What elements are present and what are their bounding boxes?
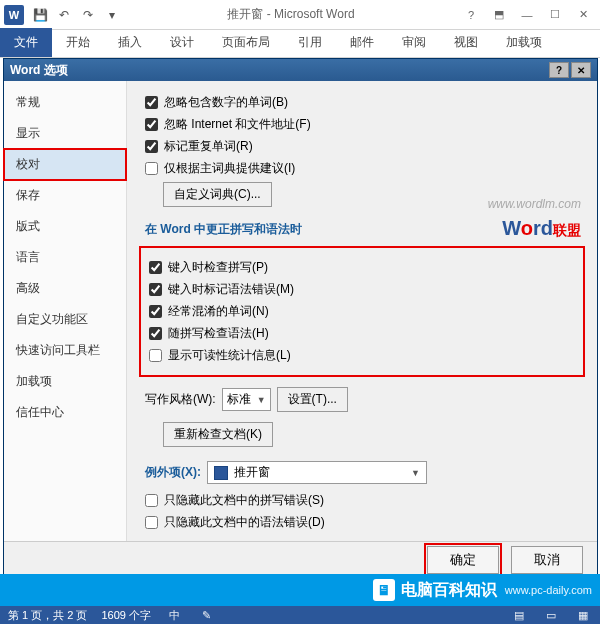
option-label: 仅根据主词典提供建议(I)	[164, 160, 295, 177]
exceptions-label: 例外项(X):	[145, 464, 201, 481]
sidebar-item-general[interactable]: 常规	[4, 87, 126, 118]
ad-site-url: www.pc-daily.com	[505, 584, 592, 596]
option-hide-spelling-this-doc[interactable]: 只隐藏此文档中的拼写错误(S)	[145, 492, 585, 509]
ribbon-display-icon[interactable]: ⬒	[486, 4, 512, 26]
ok-button[interactable]: 确定	[427, 546, 499, 574]
sidebar-item-language[interactable]: 语言	[4, 242, 126, 273]
document-icon	[214, 466, 228, 480]
dialog-titlebar: Word 选项 ? ✕	[4, 59, 597, 81]
option-label: 只隐藏此文档中的语法错误(D)	[164, 514, 325, 531]
checkbox[interactable]	[145, 494, 158, 507]
checkbox[interactable]	[149, 305, 162, 318]
writing-style-select[interactable]: 标准 ▼	[222, 388, 271, 411]
redo-icon[interactable]: ↷	[77, 4, 99, 26]
grammar-options-group: 键入时检查拼写(P) 键入时标记语法错误(M) 经常混淆的单词(N) 随拼写检查…	[139, 246, 585, 377]
view-print-layout-icon[interactable]: ▤	[510, 609, 528, 622]
sidebar-item-save[interactable]: 保存	[4, 180, 126, 211]
ad-site-name: 电脑百科知识	[401, 580, 497, 601]
chevron-down-icon: ▼	[411, 468, 420, 478]
view-web-layout-icon[interactable]: ▦	[574, 609, 592, 622]
checkbox[interactable]	[149, 327, 162, 340]
sidebar-item-display[interactable]: 显示	[4, 118, 126, 149]
option-label: 忽略包含数字的单词(B)	[164, 94, 288, 111]
ad-banner: 🖥 电脑百科知识 www.pc-daily.com	[0, 574, 600, 606]
proofing-errors-icon[interactable]: ✎	[197, 609, 215, 622]
option-main-dict-only[interactable]: 仅根据主词典提供建议(I)	[145, 160, 585, 177]
option-ignore-numbers[interactable]: 忽略包含数字的单词(B)	[145, 94, 585, 111]
writing-style-label: 写作风格(W):	[145, 391, 216, 408]
tab-view[interactable]: 视图	[440, 28, 492, 57]
option-ignore-internet[interactable]: 忽略 Internet 和文件地址(F)	[145, 116, 585, 133]
option-label: 标记重复单词(R)	[164, 138, 253, 155]
dialog-title-text: Word 选项	[10, 62, 68, 79]
window-title: 推开窗 - Microsoft Word	[124, 6, 458, 23]
ribbon-tabs: 文件 开始 插入 设计 页面布局 引用 邮件 审阅 视图 加载项	[0, 30, 600, 58]
save-icon[interactable]: 💾	[29, 4, 51, 26]
minimize-icon[interactable]: —	[514, 4, 540, 26]
checkbox[interactable]	[145, 118, 158, 131]
checkbox[interactable]	[149, 261, 162, 274]
view-read-mode-icon[interactable]: ▭	[542, 609, 560, 622]
option-label: 随拼写检查语法(H)	[168, 325, 269, 342]
dialog-footer: 确定 取消	[4, 541, 597, 577]
select-value: 标准	[227, 391, 251, 408]
watermark-url: www.wordlm.com	[488, 197, 581, 211]
close-icon[interactable]: ✕	[570, 4, 596, 26]
options-sidebar: 常规 显示 校对 保存 版式 语言 高级 自定义功能区 快速访问工具栏 加载项 …	[4, 81, 127, 541]
option-mark-grammar-typing[interactable]: 键入时标记语法错误(M)	[149, 281, 575, 298]
sidebar-item-customize-ribbon[interactable]: 自定义功能区	[4, 304, 126, 335]
cancel-button[interactable]: 取消	[511, 546, 583, 574]
sidebar-item-addins[interactable]: 加载项	[4, 366, 126, 397]
tab-design[interactable]: 设计	[156, 28, 208, 57]
option-check-spelling-typing[interactable]: 键入时检查拼写(P)	[149, 259, 575, 276]
options-main-panel: 忽略包含数字的单词(B) 忽略 Internet 和文件地址(F) 标记重复单词…	[127, 81, 597, 541]
dialog-help-icon[interactable]: ?	[549, 62, 569, 78]
tab-insert[interactable]: 插入	[104, 28, 156, 57]
quick-access-toolbar: W 💾 ↶ ↷ ▾ 推开窗 - Microsoft Word ? ⬒ — ☐ ✕	[0, 0, 600, 30]
checkbox[interactable]	[145, 162, 158, 175]
sidebar-item-trust-center[interactable]: 信任中心	[4, 397, 126, 428]
word-app-icon: W	[4, 5, 24, 25]
checkbox[interactable]	[145, 140, 158, 153]
option-check-grammar-with-spelling[interactable]: 随拼写检查语法(H)	[149, 325, 575, 342]
checkbox[interactable]	[149, 349, 162, 362]
option-flag-repeated[interactable]: 标记重复单词(R)	[145, 138, 585, 155]
option-label: 键入时检查拼写(P)	[168, 259, 268, 276]
help-icon[interactable]: ?	[458, 4, 484, 26]
tab-layout[interactable]: 页面布局	[208, 28, 284, 57]
file-tab[interactable]: 文件	[0, 28, 52, 57]
custom-dictionaries-button[interactable]: 自定义词典(C)...	[163, 182, 272, 207]
tab-mailings[interactable]: 邮件	[336, 28, 388, 57]
maximize-icon[interactable]: ☐	[542, 4, 568, 26]
dialog-close-icon[interactable]: ✕	[571, 62, 591, 78]
sidebar-item-advanced[interactable]: 高级	[4, 273, 126, 304]
checkbox[interactable]	[145, 96, 158, 109]
recheck-document-button[interactable]: 重新检查文档(K)	[163, 422, 273, 447]
option-label: 显示可读性统计信息(L)	[168, 347, 291, 364]
tab-home[interactable]: 开始	[52, 28, 104, 57]
option-hide-grammar-this-doc[interactable]: 只隐藏此文档中的语法错误(D)	[145, 514, 585, 531]
status-language-icon[interactable]: 中	[165, 608, 183, 623]
word-options-dialog: Word 选项 ? ✕ 常规 显示 校对 保存 版式 语言 高级 自定义功能区 …	[3, 58, 598, 578]
option-label: 忽略 Internet 和文件地址(F)	[164, 116, 311, 133]
tab-references[interactable]: 引用	[284, 28, 336, 57]
qat-customize-icon[interactable]: ▾	[101, 4, 123, 26]
checkbox[interactable]	[145, 516, 158, 529]
option-confused-words[interactable]: 经常混淆的单词(N)	[149, 303, 575, 320]
status-page[interactable]: 第 1 页，共 2 页	[8, 608, 87, 623]
exceptions-document-select[interactable]: 推开窗 ▼	[207, 461, 427, 484]
option-label: 经常混淆的单词(N)	[168, 303, 269, 320]
sidebar-item-proofing[interactable]: 校对	[4, 149, 126, 180]
sidebar-item-layout[interactable]: 版式	[4, 211, 126, 242]
status-word-count[interactable]: 1609 个字	[101, 608, 151, 623]
writing-style-settings-button[interactable]: 设置(T)...	[277, 387, 348, 412]
sidebar-item-quick-access[interactable]: 快速访问工具栏	[4, 335, 126, 366]
watermark-logo: Word联盟	[502, 217, 581, 240]
tab-addins[interactable]: 加载项	[492, 28, 556, 57]
option-readability-stats[interactable]: 显示可读性统计信息(L)	[149, 347, 575, 364]
select-value: 推开窗	[234, 464, 270, 481]
checkbox[interactable]	[149, 283, 162, 296]
status-bar: 第 1 页，共 2 页 1609 个字 中 ✎ ▤ ▭ ▦	[0, 606, 600, 624]
undo-icon[interactable]: ↶	[53, 4, 75, 26]
tab-review[interactable]: 审阅	[388, 28, 440, 57]
